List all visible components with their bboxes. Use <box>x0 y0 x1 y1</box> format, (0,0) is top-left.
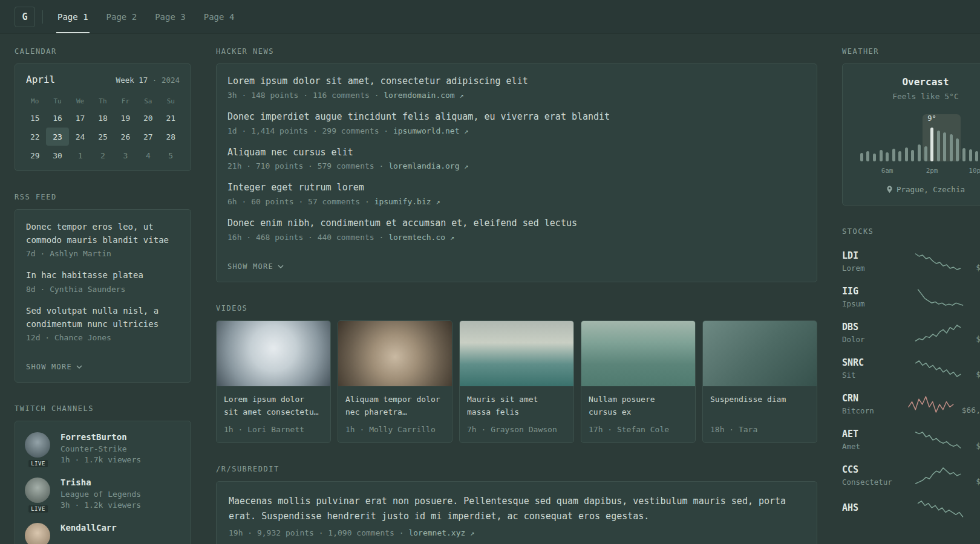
video-title[interactable]: Mauris sit amet massa felis <box>467 393 566 419</box>
video-thumbnail[interactable] <box>460 321 573 386</box>
rss-item[interactable]: Sed volutpat nulla nisl, a condimentum n… <box>26 305 180 342</box>
hn-item-title[interactable]: Donec imperdiet augue tincidunt felis al… <box>227 111 806 124</box>
avatar: LIVE <box>25 432 51 464</box>
rss-item-title[interactable]: In hac habitasse platea <box>26 269 180 282</box>
hn-item-domain-link[interactable]: loremdomain.com <box>384 91 454 100</box>
rss-item[interactable]: In hac habitasse platea 8d · Cynthia Sau… <box>26 269 180 294</box>
stock-change: +0.51% <box>976 465 980 474</box>
video-card[interactable]: Suspendisse diam 18h · Tara <box>702 320 817 443</box>
twitch-channel-row[interactable]: LIVE ForrestBurton Counter-Strike 1h · 1… <box>25 432 181 464</box>
external-link-icon: ↗ <box>464 127 468 135</box>
twitch-channel-row[interactable]: LIVE Trisha League of Legends 3h · 1.2k … <box>25 478 181 510</box>
video-card[interactable]: Mauris sit amet massa felis 7h · Grayson… <box>459 320 574 443</box>
channel-viewers: 3h · 1.2k viewers <box>60 500 141 510</box>
hn-item[interactable]: Donec enim nibh, condimentum et accumsan… <box>227 217 806 242</box>
hn-item-title[interactable]: Aliquam nec cursus elit <box>227 146 806 160</box>
subreddit-post-title[interactable]: Maecenas mollis pulvinar erat non posuer… <box>229 494 805 524</box>
subreddit-post-stats: 19h · 9,932 points · 1,090 comments <box>229 528 394 537</box>
calendar-day: 16 <box>46 109 68 127</box>
stock-ticker: CRN <box>842 393 900 404</box>
hn-item[interactable]: Integer eget rutrum lorem 6h · 60 points… <box>227 181 806 206</box>
video-title[interactable]: Aliquam tempor dolor nec pharetra… <box>345 393 445 419</box>
show-more-label: SHOW MORE <box>26 363 72 371</box>
hn-item-title[interactable]: Integer eget rutrum lorem <box>227 181 806 195</box>
rss-item-title[interactable]: Donec tempor eros leo, ut commodo mauris… <box>26 221 180 247</box>
weather-location: Prague, Czechia <box>854 185 980 194</box>
hn-item-stats: 21h · 710 points · 579 comments <box>227 161 374 170</box>
channel-avatar <box>25 432 50 458</box>
hn-item[interactable]: Aliquam nec cursus elit 21h · 710 points… <box>227 146 806 171</box>
rss-card: Donec tempor eros leo, ut commodo mauris… <box>15 209 191 383</box>
rss-item-meta: 7d · Ashlyn Martin <box>26 249 180 258</box>
channel-name[interactable]: Trisha <box>60 478 141 487</box>
calendar-day: 18 <box>91 109 114 127</box>
hn-item-domain-link[interactable]: loremtech.co <box>388 233 445 242</box>
twitch-channel-row[interactable]: KendallCarr <box>25 523 181 544</box>
widget-title-hacker-news: HACKER NEWS <box>216 47 817 56</box>
stock-row[interactable]: DBS Dolor +1.42% $156.28 <box>842 315 980 351</box>
channel-name[interactable]: KendallCarr <box>60 523 117 533</box>
weather-hour-bar <box>892 149 895 161</box>
calendar-day: 30 <box>46 146 68 164</box>
hn-item-domain-link[interactable]: ipsumworld.net <box>393 126 460 135</box>
weather-hour-bar <box>924 146 927 161</box>
tab-page-2[interactable]: Page 2 <box>105 0 139 33</box>
video-card[interactable]: Lorem ipsum dolor sit amet consectetu… 1… <box>216 320 331 443</box>
stock-row[interactable]: SNRC Sit +1.36% $148.64 <box>842 351 980 386</box>
weather-hour-bar <box>866 151 869 161</box>
weather-time-label: 6am <box>881 167 893 175</box>
stock-row[interactable]: LDI Lorem +4.35% $795.18 <box>842 244 980 279</box>
hn-item-stats: 1d · 1,414 points · 299 comments <box>227 126 379 135</box>
stock-sparkline <box>900 395 962 413</box>
tab-page-4[interactable]: Page 4 <box>203 0 236 33</box>
hn-item-meta: 3h · 148 points · 116 comments · loremdo… <box>227 91 806 100</box>
left-column: CALENDAR April Week 17 · 2024 MoTuWeThFr… <box>15 47 191 544</box>
tab-page-3[interactable]: Page 3 <box>154 0 187 33</box>
video-thumbnail[interactable] <box>581 321 695 386</box>
weather-hour-bar <box>873 154 876 161</box>
hn-item-meta: 21h · 710 points · 579 comments · loreml… <box>227 161 806 170</box>
subreddit-widget: /R/SUBREDDIT Maecenas mollis pulvinar er… <box>216 465 817 544</box>
channel-avatar <box>25 523 50 544</box>
stock-row[interactable]: AET Amet +0.92% $499.72 <box>842 422 980 458</box>
widget-title-rss: RSS FEED <box>15 193 191 201</box>
rss-item-title[interactable]: Sed volutpat nulla nisl, a condimentum n… <box>26 305 180 331</box>
rss-item[interactable]: Donec tempor eros leo, ut commodo mauris… <box>26 221 180 258</box>
stock-row[interactable]: CRN Bitcorn -1.00% $66,171.48 <box>842 386 980 422</box>
channel-game[interactable]: League of Legends <box>60 490 141 499</box>
rss-show-more-button[interactable]: SHOW MORE <box>26 363 82 371</box>
hn-show-more-button[interactable]: SHOW MORE <box>227 262 284 271</box>
video-thumbnail[interactable] <box>217 321 330 386</box>
stock-row[interactable]: AHS +0.46% <box>842 493 980 525</box>
video-card[interactable]: Nullam posuere cursus ex 17h · Stefan Co… <box>581 320 696 443</box>
calendar-card: April Week 17 · 2024 MoTuWeThFrSaSu15161… <box>15 63 191 171</box>
stock-sparkline <box>900 360 976 378</box>
calendar-day: 27 <box>137 128 159 146</box>
page-tabs: Page 1 Page 2 Page 3 Page 4 <box>56 0 235 33</box>
stock-row[interactable]: IIG Ipsum +2.84% $42.04 <box>842 279 980 315</box>
hn-item-domain-link[interactable]: loremlandia.org <box>388 161 459 170</box>
app-logo[interactable]: G <box>15 7 35 27</box>
hn-item-title[interactable]: Lorem ipsum dolor sit amet, consectetur … <box>227 75 806 88</box>
hn-item[interactable]: Lorem ipsum dolor sit amet, consectetur … <box>227 75 806 100</box>
video-title[interactable]: Lorem ipsum dolor sit amet consectetu… <box>224 393 323 419</box>
video-title[interactable]: Suspendisse diam <box>710 393 809 419</box>
subreddit-post-domain-link[interactable]: loremnet.xyz <box>408 528 465 537</box>
weather-time-label: 10pm <box>969 167 980 175</box>
calendar-day: 20 <box>137 109 159 127</box>
video-thumbnail[interactable] <box>703 321 817 386</box>
video-title[interactable]: Nullam posuere cursus ex <box>589 393 688 419</box>
weather-widget: WEATHER Overcast Feels like 5°C 9° 6am2p… <box>842 47 980 206</box>
tab-page-1[interactable]: Page 1 <box>56 0 90 33</box>
calendar-day: 22 <box>24 128 46 146</box>
channel-name[interactable]: ForrestBurton <box>60 432 141 442</box>
hn-item-domain-link[interactable]: ipsumify.biz <box>374 197 431 206</box>
video-card[interactable]: Aliquam tempor dolor nec pharetra… 1h · … <box>338 320 452 443</box>
calendar-weekday: Sa <box>137 94 159 108</box>
stock-row[interactable]: CCS Consectetur +0.51% $165.84 <box>842 458 980 493</box>
video-thumbnail[interactable] <box>338 321 452 386</box>
hn-item-title[interactable]: Donec enim nibh, condimentum et accumsan… <box>227 217 806 230</box>
hn-item[interactable]: Donec imperdiet augue tincidunt felis al… <box>227 111 806 135</box>
stock-name: Consectetur <box>842 478 900 487</box>
channel-game[interactable]: Counter-Strike <box>60 444 141 453</box>
